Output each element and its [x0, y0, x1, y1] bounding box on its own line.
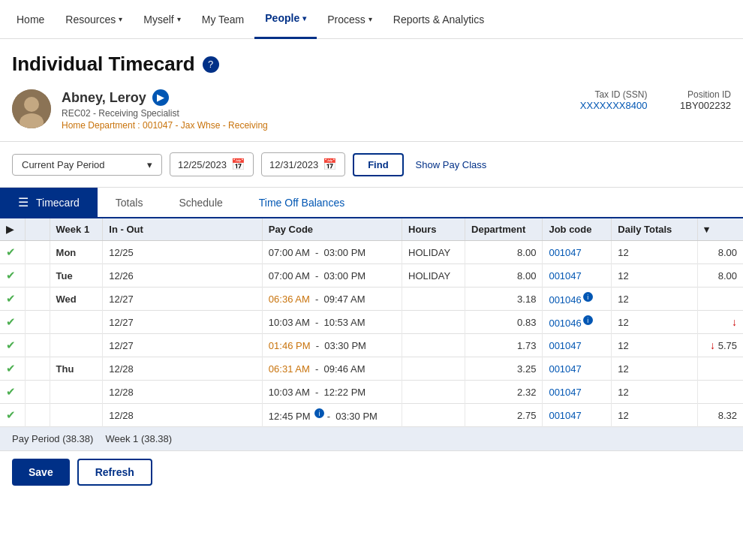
nav-reports[interactable]: Reports & Analytics [383, 0, 495, 39]
row-inout: 06:36 AM - 09:47 AM [262, 288, 402, 311]
col-paycode-header: Pay Code [262, 218, 402, 241]
col-dept-header: Department [465, 218, 543, 241]
row-day [50, 404, 103, 427]
row-hours: 1.73 [465, 334, 543, 357]
info-dot-icon[interactable]: i [583, 292, 593, 302]
row-dept: 001047 [543, 241, 612, 264]
pay-period-summary: Pay Period (38.38) Week 1 (38.38) [0, 427, 743, 450]
svg-point-1 [24, 97, 39, 112]
check-icon: ✔ [6, 408, 16, 421]
nav-resources[interactable]: Resources ▾ [55, 0, 133, 39]
nav-my-team[interactable]: My Team [191, 0, 255, 39]
tab-schedule[interactable]: Schedule [161, 189, 240, 216]
filter-bar: Current Pay Period ▾ 12/25/2023 📅 12/31/… [0, 142, 743, 188]
row-expand: ✔ [0, 264, 26, 288]
row-day [50, 311, 103, 334]
info-dot-icon[interactable]: i [314, 408, 324, 418]
row-expand: ✔ [0, 288, 26, 311]
pay-period-dropdown[interactable]: Current Pay Period ▾ [12, 154, 162, 176]
row-date: 12/26 [103, 264, 263, 288]
col-jobcode-header: Job code [543, 218, 612, 241]
table-row: ✔ 12/28 10:03 AM - 12:22 PM 2.32 001047 … [0, 381, 743, 404]
row-jobcode: 12 [612, 381, 698, 404]
chevron-down-icon: ▾ [177, 15, 181, 23]
row-expand: ✔ [0, 311, 26, 334]
col-daily-header: Daily Totals [612, 218, 698, 241]
chevron-down-icon: ▾ [147, 159, 152, 170]
help-icon[interactable]: ? [203, 56, 219, 73]
table-row: ✔ 12/27 01:46 PM - 03:30 PM 1.73 001047 … [0, 334, 743, 357]
row-day: Tue [50, 264, 103, 288]
calendar-icon: 📅 [231, 158, 245, 171]
nav-process[interactable]: Process ▾ [317, 0, 383, 39]
check-icon: ✔ [6, 245, 16, 258]
check-icon: ✔ [6, 362, 16, 375]
position-id-label: Position ID [680, 89, 731, 100]
row-date: 12/25 [103, 241, 263, 264]
nav-bar: Home Resources ▾ Myself ▾ My Team People… [0, 0, 743, 39]
row-jobcode: 12 [612, 357, 698, 381]
row-paycode [402, 311, 465, 334]
row-dept: 001047 [543, 264, 612, 288]
row-daily [698, 381, 743, 404]
chevron-down-icon: ▾ [704, 224, 709, 235]
show-pay-class-link[interactable]: Show Pay Class [416, 159, 487, 170]
row-check [26, 288, 50, 311]
nav-myself[interactable]: Myself ▾ [133, 0, 191, 39]
start-date-input[interactable]: 12/25/2023 📅 [170, 152, 254, 176]
row-dept: 001047 [543, 381, 612, 404]
end-date-input[interactable]: 12/31/2023 📅 [261, 152, 345, 176]
nav-people[interactable]: People ▾ [254, 0, 317, 39]
table-row: ✔ Thu 12/28 06:31 AM - 09:46 AM 3.25 001… [0, 357, 743, 381]
row-expand: ✔ [0, 404, 26, 427]
row-inout: 07:00 AM - 03:00 PM [262, 264, 402, 288]
refresh-button[interactable]: Refresh [77, 459, 152, 486]
row-daily: ↓ 5.75 [698, 334, 743, 357]
row-inout: 10:03 AM - 12:22 PM [262, 381, 402, 404]
position-id-value: 1BY002232 [680, 100, 731, 111]
row-date: 12/27 [103, 334, 263, 357]
tab-totals[interactable]: Totals [98, 189, 161, 216]
nav-home[interactable]: Home [6, 0, 55, 39]
pay-period-summary-label: Pay Period (38.38) [12, 433, 93, 444]
employee-section: Abney, Leroy ▶ REC02 - Receiving Special… [0, 85, 743, 142]
check-icon: ✔ [6, 292, 16, 305]
col-check [26, 218, 50, 241]
employee-role: REC02 - Receiving Specialist [62, 108, 550, 119]
row-jobcode: 12 [612, 288, 698, 311]
tax-id-label: Tax ID (SSN) [580, 89, 648, 100]
row-daily [698, 357, 743, 381]
check-icon: ✔ [6, 339, 16, 351]
tab-time-off-balances[interactable]: Time Off Balances [241, 189, 362, 216]
table-row: ✔ 12/27 10:03 AM - 10:53 AM 0.83 001046i… [0, 311, 743, 334]
row-hours: 8.00 [465, 264, 543, 288]
row-inout: 01:46 PM - 03:30 PM [262, 334, 402, 357]
position-id-group: Position ID 1BY002232 [680, 89, 731, 111]
row-daily: 8.00 [698, 264, 743, 288]
save-button[interactable]: Save [12, 459, 70, 486]
employee-navigate-button[interactable]: ▶ [152, 89, 169, 106]
table-row: ✔ Mon 12/25 07:00 AM - 03:00 PM HOLIDAY … [0, 241, 743, 264]
hamburger-icon: ☰ [18, 195, 29, 209]
info-dot-icon[interactable]: i [583, 315, 593, 325]
table-header-row: ▶ Week 1 In - Out Pay Code Hours Departm… [0, 218, 743, 241]
tab-timecard[interactable]: ☰ Timecard [0, 188, 98, 217]
row-jobcode: 12 [612, 241, 698, 264]
row-day: Thu [50, 357, 103, 381]
row-jobcode: 12 [612, 334, 698, 357]
row-date: 12/27 [103, 288, 263, 311]
check-icon: ✔ [6, 315, 16, 328]
table-row: ✔ 12/28 12:45 PM i - 03:30 PM 2.75 00104… [0, 404, 743, 427]
row-jobcode: 12 [612, 311, 698, 334]
row-hours: 2.75 [465, 404, 543, 427]
row-paycode: HOLIDAY [402, 264, 465, 288]
row-check [26, 241, 50, 264]
find-button[interactable]: Find [353, 153, 403, 176]
row-hours: 0.83 [465, 311, 543, 334]
tabs-bar: ☰ Timecard Totals Schedule Time Off Bala… [0, 188, 743, 218]
timecard-table: ▶ Week 1 In - Out Pay Code Hours Departm… [0, 218, 743, 427]
row-inout: 07:00 AM - 03:00 PM [262, 241, 402, 264]
row-check [26, 381, 50, 404]
row-jobcode: 12 [612, 264, 698, 288]
col-more: ▾ [698, 218, 743, 241]
